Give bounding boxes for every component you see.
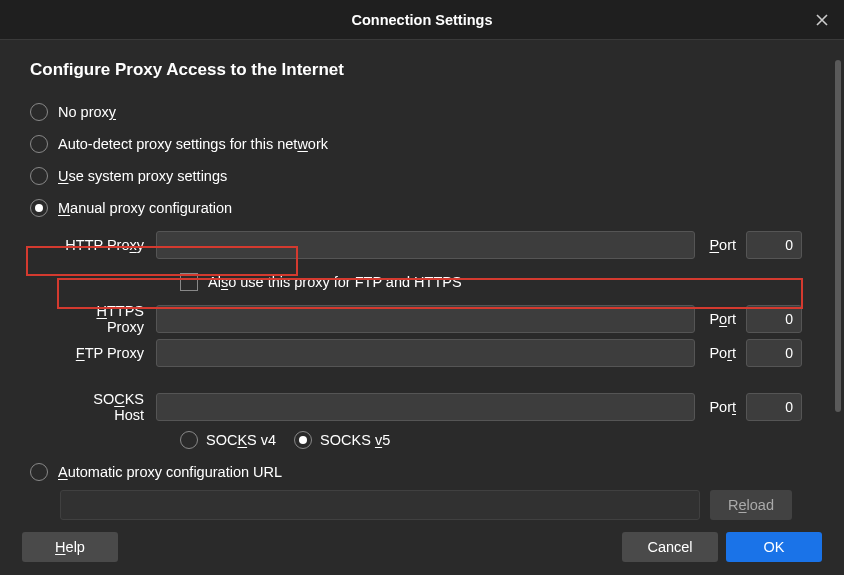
scrollbar-thumb[interactable] [835,60,841,412]
radio-auto-config-url[interactable]: Automatic proxy configuration URL [30,456,802,488]
radio-manual-proxy[interactable]: Manual proxy configuration [30,192,802,224]
dialog-footer: Help Cancel OK [0,520,844,574]
https-port-label: Port [701,311,740,327]
auto-config-url-input[interactable] [60,490,700,520]
reload-button[interactable]: Reload [710,490,792,520]
also-use-proxy-checkbox[interactable]: Also use this proxy for FTP and HTTPS [60,266,802,298]
content-scrollbar[interactable] [832,40,844,520]
https-proxy-label: HTTPS Proxy [60,303,150,335]
radio-label: Use system proxy settings [58,168,227,184]
socks-port-label: Port [701,399,740,415]
radio-icon [180,431,198,449]
http-port-input[interactable]: 0 [746,231,802,259]
section-title: Configure Proxy Access to the Internet [30,60,802,80]
ftp-port-label: Port [701,345,740,361]
radio-system-proxy[interactable]: Use system proxy settings [30,160,802,192]
close-icon[interactable] [812,10,832,30]
radio-label: Manual proxy configuration [58,200,232,216]
https-port-input[interactable]: 0 [746,305,802,333]
radio-socks-v5[interactable]: SOCKS v5 [294,424,390,456]
radio-socks-v4[interactable]: SOCKS v4 [180,424,276,456]
radio-auto-detect[interactable]: Auto-detect proxy settings for this netw… [30,128,802,160]
radio-label: Auto-detect proxy settings for this netw… [58,136,328,152]
socks-version-row: SOCKS v4 SOCKS v5 [60,424,802,456]
radio-icon [30,199,48,217]
radio-label: Automatic proxy configuration URL [58,464,282,480]
ftp-proxy-row: FTP Proxy Port 0 [60,336,802,370]
radio-label: No proxy [58,104,116,120]
manual-proxy-block: HTTP Proxy Port 0 Also use this proxy fo… [30,228,802,456]
http-port-label: Port [701,237,740,253]
https-proxy-input[interactable] [156,305,695,333]
titlebar: Connection Settings [0,0,844,40]
socks-host-input[interactable] [156,393,695,421]
radio-icon [30,167,48,185]
ftp-proxy-label: FTP Proxy [60,345,150,361]
help-button[interactable]: Help [22,532,118,562]
radio-icon [30,135,48,153]
http-proxy-label: HTTP Proxy [60,237,150,253]
radio-icon [30,463,48,481]
ftp-port-input[interactable]: 0 [746,339,802,367]
radio-label: SOCKS v5 [320,432,390,448]
radio-icon [294,431,312,449]
socks-host-label: SOCKS Host [60,391,150,423]
window-title: Connection Settings [352,12,493,28]
http-proxy-input[interactable] [156,231,695,259]
radio-label: SOCKS v4 [206,432,276,448]
ok-button[interactable]: OK [726,532,822,562]
https-proxy-row: HTTPS Proxy Port 0 [60,302,802,336]
auto-config-url-block: Reload [30,490,802,520]
http-proxy-row: HTTP Proxy Port 0 [60,228,802,262]
radio-no-proxy[interactable]: No proxy [30,96,802,128]
socks-host-row: SOCKS Host Port 0 [60,390,802,424]
dialog-content: Configure Proxy Access to the Internet N… [0,40,832,520]
radio-icon [30,103,48,121]
socks-port-input[interactable]: 0 [746,393,802,421]
checkbox-label: Also use this proxy for FTP and HTTPS [208,274,462,290]
checkbox-icon [180,273,198,291]
cancel-button[interactable]: Cancel [622,532,718,562]
ftp-proxy-input[interactable] [156,339,695,367]
